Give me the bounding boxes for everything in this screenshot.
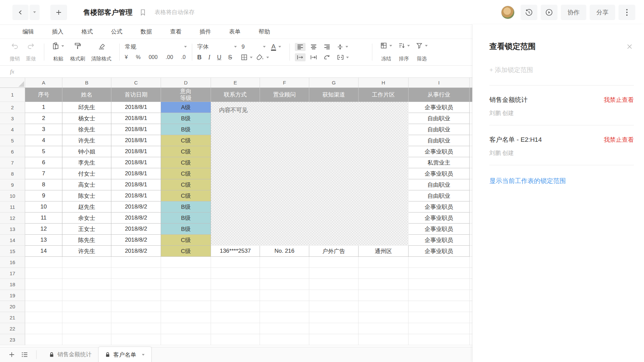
sheet-tab-1[interactable]: 客户名单	[98, 347, 152, 362]
cell[interactable]: B级	[161, 124, 211, 135]
menu-item-5[interactable]: 查看	[161, 28, 191, 36]
cell[interactable]	[470, 224, 472, 235]
forbid-view-link[interactable]: 我禁止查看	[604, 96, 634, 104]
column-header-I[interactable]: I	[409, 78, 470, 88]
cell[interactable]	[260, 279, 309, 290]
header-cell[interactable]: 序号	[25, 88, 62, 102]
cell[interactable]: 1	[25, 102, 62, 113]
cell[interactable]: 企事业职员	[409, 246, 470, 257]
cell[interactable]: 企事业职员	[409, 168, 470, 179]
cell[interactable]	[62, 312, 111, 323]
header-cell[interactable]: 获知渠道	[309, 88, 359, 102]
cell[interactable]: 企事业职员	[409, 102, 470, 113]
cell[interactable]	[111, 301, 161, 312]
row-header-19[interactable]: 19	[0, 290, 25, 301]
cell[interactable]	[25, 323, 62, 334]
cell[interactable]	[409, 268, 470, 279]
cell[interactable]	[260, 312, 309, 323]
format-painter-button[interactable]: 格式刷	[67, 41, 88, 63]
cell[interactable]: 付女士	[62, 168, 111, 179]
cell[interactable]	[470, 102, 472, 113]
row-header-11[interactable]: 11	[0, 201, 25, 213]
cell[interactable]: 12	[25, 224, 62, 235]
cell[interactable]	[111, 257, 161, 268]
cell[interactable]	[470, 312, 472, 323]
cell[interactable]	[359, 312, 409, 323]
cell[interactable]	[211, 290, 260, 301]
cell[interactable]: 2018/8/1	[111, 124, 161, 135]
text-overflow-button[interactable]	[308, 53, 319, 61]
cell[interactable]: 徐先生	[62, 124, 111, 135]
formula-bar[interactable]: fx	[0, 66, 472, 78]
filter-button[interactable]: 筛选	[413, 41, 431, 63]
history-button[interactable]	[521, 5, 537, 20]
cell[interactable]	[211, 268, 260, 279]
cell[interactable]: 2	[25, 113, 62, 124]
sort-button[interactable]: 排序	[395, 41, 413, 63]
cell[interactable]	[25, 279, 62, 290]
column-header-J[interactable]: J	[470, 78, 472, 88]
sheet-list-button[interactable]	[21, 352, 28, 357]
cell[interactable]	[470, 257, 472, 268]
cell[interactable]	[161, 290, 211, 301]
cell[interactable]: 通州区	[359, 246, 409, 257]
header-cell[interactable]: 联系方式	[211, 88, 260, 102]
row-header-12[interactable]: 12	[0, 213, 25, 224]
cell[interactable]	[359, 290, 409, 301]
cell[interactable]	[25, 268, 62, 279]
column-header-H[interactable]: H	[359, 78, 409, 88]
cell[interactable]	[470, 213, 472, 224]
header-cell[interactable]: 首访日期	[111, 88, 161, 102]
cell[interactable]: 2018/8/1	[111, 179, 161, 190]
cell[interactable]: A级	[161, 102, 211, 113]
cell[interactable]	[111, 279, 161, 290]
cell[interactable]	[470, 157, 472, 168]
cell[interactable]	[359, 301, 409, 312]
merge-cells-button[interactable]	[335, 53, 351, 61]
cell[interactable]: 2018/8/2	[111, 246, 161, 257]
cell[interactable]: 2018/8/2	[111, 235, 161, 246]
cell[interactable]	[211, 279, 260, 290]
menu-item-3[interactable]: 公式	[102, 28, 131, 36]
cell[interactable]: 陈先生	[62, 235, 111, 246]
cell[interactable]: 钟小姐	[62, 146, 111, 157]
cell[interactable]: 李先生	[62, 157, 111, 168]
cell[interactable]: 王女士	[62, 224, 111, 235]
cell[interactable]: 14	[25, 246, 62, 257]
percent-format-button[interactable]: %	[136, 54, 141, 60]
cell[interactable]	[161, 312, 211, 323]
cell[interactable]	[470, 279, 472, 290]
paste-button[interactable]: 粘贴	[49, 41, 67, 63]
cell[interactable]	[359, 279, 409, 290]
text-wrap-button[interactable]	[295, 53, 306, 61]
row-header-5[interactable]: 5	[0, 135, 25, 146]
cell[interactable]	[260, 301, 309, 312]
cell[interactable]	[409, 301, 470, 312]
cell[interactable]: 户外广告	[309, 246, 359, 257]
cell[interactable]: 邱先生	[62, 102, 111, 113]
cell[interactable]: 2018/8/1	[111, 146, 161, 157]
cell[interactable]: 2018/8/1	[111, 113, 161, 124]
row-header-2[interactable]: 2	[0, 102, 25, 113]
cell[interactable]	[25, 312, 62, 323]
freeze-button[interactable]: 冻结	[377, 41, 395, 63]
underline-button[interactable]: U	[217, 54, 221, 61]
cell[interactable]	[161, 268, 211, 279]
more-menu-button[interactable]	[619, 5, 635, 20]
cell[interactable]: 10	[25, 201, 62, 213]
cell[interactable]	[211, 323, 260, 334]
cell[interactable]	[470, 268, 472, 279]
cell[interactable]	[470, 190, 472, 201]
cell[interactable]: 杨女士	[62, 113, 111, 124]
align-left-button[interactable]	[295, 43, 306, 51]
redo-button[interactable]: 重做	[23, 41, 39, 63]
cell[interactable]	[25, 257, 62, 268]
cell[interactable]	[470, 179, 472, 190]
cell[interactable]: 136****2537	[211, 246, 260, 257]
column-header-C[interactable]: C	[111, 78, 161, 88]
cell[interactable]: 8	[25, 179, 62, 190]
font-family-select[interactable]: 字体	[197, 43, 237, 51]
row-header-23[interactable]: 23	[0, 334, 25, 345]
row-header-17[interactable]: 17	[0, 268, 25, 279]
menu-item-0[interactable]: 编辑	[13, 28, 43, 36]
